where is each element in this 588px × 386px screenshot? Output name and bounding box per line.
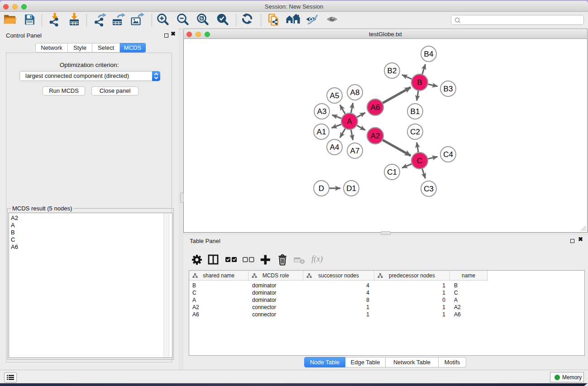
svg-text:A2: A2 [371, 132, 380, 140]
svg-text:A1: A1 [317, 128, 326, 136]
svg-text:D: D [319, 184, 324, 193]
svg-text:B1: B1 [411, 107, 420, 116]
svg-text:B3: B3 [444, 85, 453, 93]
svg-text:A5: A5 [330, 91, 339, 100]
svg-text:C3: C3 [424, 185, 434, 193]
svg-text:C: C [417, 157, 422, 165]
svg-text:D1: D1 [346, 184, 356, 193]
svg-text:A4: A4 [330, 143, 339, 152]
svg-text:B4: B4 [424, 50, 434, 58]
svg-text:A6: A6 [371, 103, 380, 112]
svg-text:A8: A8 [350, 88, 360, 97]
svg-text:C4: C4 [443, 150, 453, 159]
svg-text:B: B [417, 78, 422, 87]
svg-text:B2: B2 [387, 67, 397, 75]
svg-text:A: A [347, 117, 352, 126]
svg-text:A7: A7 [350, 147, 360, 155]
svg-text:C2: C2 [410, 128, 420, 136]
svg-text:C1: C1 [387, 168, 397, 176]
svg-text:A3: A3 [317, 107, 327, 116]
